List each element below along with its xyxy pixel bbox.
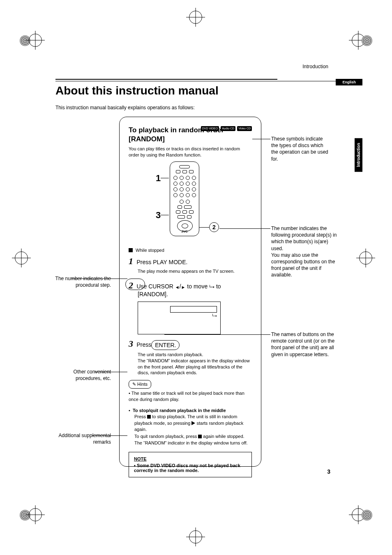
annot-hints: Other convenient procedures, etc. [49,368,111,382]
language-badge: English [336,79,362,85]
enter-button-highlight: ENTER. [151,340,180,350]
disc-badge: DVD VIDEO [201,126,219,131]
step-1: 1 Press PLAY MODE. The play mode menu ap… [129,256,252,274]
page-title: About this instruction manual [55,84,219,97]
tv-screen-diagram: ⮡ [138,302,221,334]
rule [55,79,277,80]
lead-line [164,334,270,335]
example-panel: To playback in random order [RANDOM] DVD… [119,117,261,467]
disc-badges: DVD VIDEO Audio CD Video CD [201,126,252,131]
annot-symbols: These symbols indicate the types of disc… [271,136,329,162]
example-heading-2: [RANDOM] [129,135,252,143]
disc-badge: Audio CD [221,126,235,131]
annot-note: Additional supplemental remarks [49,432,111,445]
lead-line [95,372,127,372]
side-mark [15,251,33,269]
page-number: 3 [327,468,330,475]
annot-bubble: The number indicates the following proce… [271,225,337,279]
crop-mark [354,506,372,524]
note-box: NOTE • Some DVD VIDEO discs may not be p… [129,452,252,477]
remote-control-diagram: JVC [170,161,199,236]
hints-block: ✎ Hints • The same title or track will n… [129,380,252,403]
side-tab: Introduction [355,138,362,172]
side-mark [359,251,377,269]
note-title: NOTE [134,456,247,461]
center-mark [189,530,203,544]
crop-mark [20,31,38,49]
disc-badge: Video CD [237,126,252,131]
remote-callout-3: 3 [156,210,161,221]
lead-line [252,139,270,139]
crop-mark [354,31,372,49]
step-2-highlight-oval [125,279,145,290]
hints-label: ✎ Hints [129,380,151,389]
crop-mark [20,506,38,524]
remote-callout-bubble-2: 2 [209,222,219,232]
remote-callout-1: 1 [156,173,161,184]
lead-line [219,228,270,229]
precondition: While stopped [129,248,252,253]
example-description: You can play titles or tracks on discs i… [129,146,248,158]
intro-text: This instruction manual basically explai… [55,105,195,111]
remote-brand: JVC [170,230,199,233]
annot-button-names: The names of buttons on the remote contr… [271,331,337,358]
stop-quit-block: • To stop/quit random playback in the mi… [129,408,252,446]
step-3: 3 Press ENTER. The unit starts random pl… [129,339,252,376]
section-label: Introduction [302,64,328,69]
annot-step-number: The number indicates the procedural step… [49,275,111,288]
step-2: 2 Use CURSOR ◄/► to move ⮡ to [RANDOM]. … [129,280,252,334]
lead-line [71,279,127,279]
rule-thin [55,81,337,81]
lead-line [92,435,127,436]
center-mark [189,11,203,25]
